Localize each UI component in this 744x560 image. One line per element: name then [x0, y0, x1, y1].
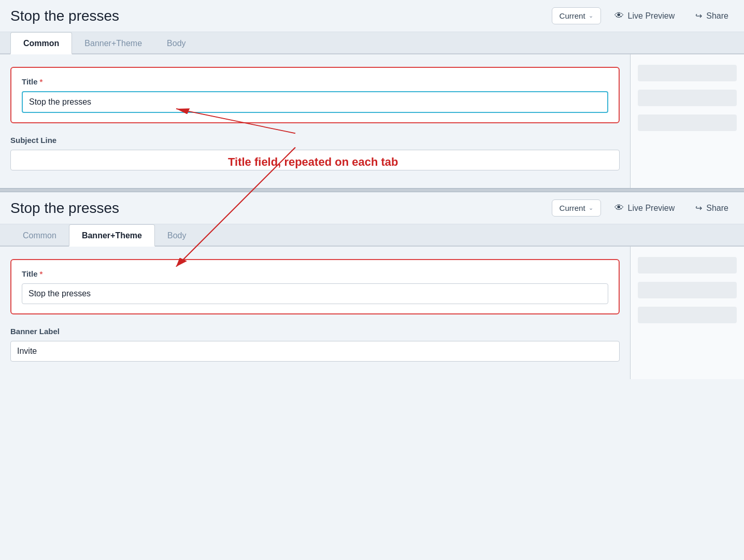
required-star-2: *: [40, 269, 43, 278]
right-panel-item-2c: [638, 307, 737, 323]
title-section-1: Title *: [10, 67, 620, 123]
right-panel-item-1b: [638, 90, 737, 106]
tab-common-1[interactable]: Common: [10, 32, 72, 54]
live-preview-label-1: Live Preview: [628, 11, 675, 21]
tab-banner-theme-2[interactable]: Banner+Theme: [69, 224, 155, 247]
share-label-1: Share: [706, 11, 728, 21]
page-title-2: Stop the presses: [10, 200, 543, 217]
subject-input-1[interactable]: [10, 150, 620, 170]
tab-bar-1: Common Banner+Theme Body: [0, 32, 744, 54]
panel-1: Stop the presses Current ⌄ 👁 Live Previe…: [0, 0, 744, 188]
title-input-1[interactable]: [22, 91, 608, 113]
tab-bar-2: Common Banner+Theme Body: [0, 224, 744, 247]
panel-divider: [0, 188, 744, 192]
share-button-2[interactable]: ↪ Share: [690, 200, 734, 216]
main-content-2: Title * Banner Label: [0, 247, 630, 379]
live-preview-label-2: Live Preview: [628, 204, 675, 213]
share-icon-2: ↪: [695, 203, 702, 213]
right-panel-2: [630, 247, 744, 379]
version-dropdown-2[interactable]: Current ⌄: [552, 199, 601, 217]
banner-label-2: Banner Label: [10, 327, 620, 336]
header-2: Stop the presses Current ⌄ 👁 Live Previe…: [0, 192, 744, 224]
share-button-1[interactable]: ↪ Share: [690, 8, 734, 24]
title-label-2: Title *: [22, 269, 608, 278]
banner-input-2[interactable]: [10, 341, 620, 362]
header-actions-2: 👁 Live Preview ↪ Share: [609, 199, 734, 217]
header-actions-1: 👁 Live Preview ↪ Share: [609, 7, 734, 24]
panels-wrapper: Stop the presses Current ⌄ 👁 Live Previe…: [0, 0, 744, 379]
page-title-1: Stop the presses: [10, 8, 543, 24]
main-content-1: Title * Subject Line: [0, 54, 630, 188]
right-panel-item-2b: [638, 282, 737, 298]
eye-icon-1: 👁: [614, 10, 624, 21]
right-panel-item-2a: [638, 257, 737, 274]
chevron-down-icon-1: ⌄: [589, 12, 593, 19]
content-2: Title * Banner Label: [0, 247, 744, 379]
version-dropdown-1[interactable]: Current ⌄: [552, 7, 601, 24]
header-1: Stop the presses Current ⌄ 👁 Live Previe…: [0, 0, 744, 32]
chevron-down-icon-2: ⌄: [589, 205, 593, 211]
right-panel-item-1a: [638, 65, 737, 81]
title-label-1: Title *: [22, 77, 608, 86]
tab-common-2[interactable]: Common: [10, 225, 69, 247]
subject-section-1: Subject Line: [10, 136, 620, 170]
banner-section-2: Banner Label: [10, 327, 620, 362]
required-star-1: *: [40, 77, 43, 86]
right-panel-1: [630, 54, 744, 188]
panel-2: Stop the presses Current ⌄ 👁 Live Previe…: [0, 192, 744, 379]
share-label-2: Share: [706, 204, 728, 213]
title-input-2[interactable]: [22, 283, 608, 304]
right-panel-item-1c: [638, 114, 737, 131]
tab-body-2[interactable]: Body: [155, 225, 198, 247]
dropdown-label-2: Current: [560, 204, 585, 212]
share-icon-1: ↪: [695, 11, 702, 21]
dropdown-label-1: Current: [560, 11, 585, 20]
tab-body-1[interactable]: Body: [154, 33, 198, 54]
eye-icon-2: 👁: [614, 203, 624, 213]
subject-label-1: Subject Line: [10, 136, 620, 145]
live-preview-button-2[interactable]: 👁 Live Preview: [609, 199, 680, 217]
tab-banner-theme-1[interactable]: Banner+Theme: [72, 33, 154, 54]
live-preview-button-1[interactable]: 👁 Live Preview: [609, 7, 680, 24]
title-section-2: Title *: [10, 259, 620, 314]
content-1: Title * Subject Line: [0, 54, 744, 188]
